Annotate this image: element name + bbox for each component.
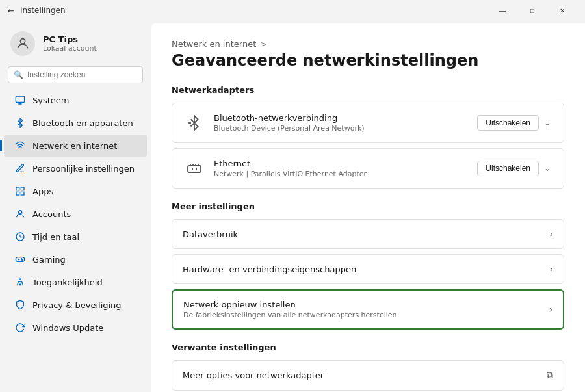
close-button[interactable]: ✕ [547,0,577,21]
tijd-icon [14,231,26,242]
sidebar-item-label-netwerk: Netwerk en internet [32,141,117,151]
hardware-title: Hardware- en verbindingseigenschappen [183,265,549,274]
back-icon[interactable]: ← [8,6,15,16]
persoonlijk-icon [14,163,26,174]
svg-rect-8 [16,257,24,262]
netwerk-icon [14,140,26,151]
meer-opties-text: Meer opties voor netwerkadapter [183,371,547,380]
sidebar-item-label-accounts: Accounts [32,209,71,219]
sidebar-nav: Systeem Bluetooth en apparaten Netwerk e… [0,88,151,339]
svg-point-14 [188,122,191,124]
windows-update-icon [14,322,26,333]
user-profile[interactable]: PC Tips Lokaal account [0,26,151,66]
sidebar-item-label-bluetooth: Bluetooth en apparaten [32,118,133,128]
svg-point-0 [20,39,25,44]
gaming-icon [14,254,26,265]
bluetooth-adapter-item[interactable]: Bluetooth-netwerkverbinding Bluetooth De… [172,103,564,143]
sidebar-item-gaming[interactable]: Gaming [4,248,147,270]
breadcrumb-parent[interactable]: Netwerk en internet [172,39,256,49]
sidebar: PC Tips Lokaal account 🔍 Systeem Bluetoo… [0,21,151,392]
netwerk-reset-title: Netwerk opnieuw instellen [183,300,549,309]
sidebar-item-toegankelijkheid[interactable]: Toegankelijkheid [4,271,147,293]
svg-rect-3 [21,187,24,190]
bluetooth-adapter-text: Bluetooth-netwerkverbinding Bluetooth De… [214,113,477,133]
title-bar-left: ← Instellingen [8,6,66,16]
search-box: 🔍 [8,66,143,83]
title-bar-controls: — □ ✕ [488,0,577,21]
sidebar-item-label-apps: Apps [32,187,53,196]
dataverbruik-chevron: › [549,229,553,239]
sidebar-item-apps[interactable]: Apps [4,180,147,202]
sidebar-item-systeem[interactable]: Systeem [4,89,147,111]
bluetooth-icon [14,117,26,129]
user-info: PC Tips Lokaal account [43,34,97,53]
privacy-icon [14,299,26,311]
svg-rect-2 [16,187,20,190]
sidebar-item-label-privacy: Privacy & beveiliging [32,300,122,310]
sidebar-item-persoonlijk[interactable]: Persoonlijke instellingen [4,157,147,179]
ethernet-adapter-title: Ethernet [214,159,477,168]
user-name: PC Tips [43,34,97,44]
toegankelijkheid-icon [14,276,26,288]
section-verwante-title: Verwante instellingen [172,343,564,352]
ethernet-adapter-icon [183,157,206,180]
netwerk-reset-text: Netwerk opnieuw instellen De fabrieksins… [183,300,549,319]
section-adapters-title: Netwerkadapters [172,85,564,95]
svg-rect-15 [188,166,201,172]
main-content: Netwerk en internet > Geavanceerde netwe… [151,23,585,392]
breadcrumb-arrow: > [260,39,267,49]
sidebar-item-privacy[interactable]: Privacy & beveiliging [4,294,147,316]
svg-point-13 [20,278,21,280]
title-bar: ← Instellingen — □ ✕ [0,0,585,21]
bluetooth-adapter-sub: Bluetooth Device (Personal Area Network) [214,124,477,133]
bluetooth-adapter-title: Bluetooth-netwerkverbinding [214,113,477,123]
hardware-text: Hardware- en verbindingseigenschappen [183,265,549,274]
maximize-button[interactable]: □ [517,0,547,21]
bluetooth-adapter-icon [183,111,206,135]
meer-opties-external-icon: ⧉ [547,370,553,381]
systeem-icon [14,94,26,106]
ethernet-adapter-item[interactable]: Ethernet Netwerk | Parallels VirtIO Ethe… [172,148,564,189]
meer-opties-title: Meer opties voor netwerkadapter [183,371,547,380]
sidebar-item-accounts[interactable]: Accounts [4,203,147,225]
svg-point-12 [22,259,23,260]
sidebar-item-label-tijd: Tijd en taal [32,232,79,242]
ethernet-disable-button[interactable]: Uitschakelen [477,161,539,176]
bluetooth-adapter-chevron[interactable]: ⌄ [541,116,553,130]
hardware-item[interactable]: Hardware- en verbindingseigenschappen › [172,254,564,284]
sidebar-item-label-systeem: Systeem [32,96,69,105]
dataverbruik-item[interactable]: Dataverbruik › [172,219,564,249]
sidebar-item-windows-update[interactable]: Windows Update [4,317,147,339]
meer-opties-item[interactable]: Meer opties voor netwerkadapter ⧉ [172,360,564,391]
ethernet-adapter-sub: Netwerk | Parallels VirtIO Ethernet Adap… [214,170,477,178]
ethernet-adapter-action: Uitschakelen ⌄ [477,161,553,176]
sidebar-item-tijd[interactable]: Tijd en taal [4,226,147,248]
dataverbruik-title: Dataverbruik [183,229,549,239]
accounts-icon [14,208,26,220]
svg-rect-1 [16,96,24,102]
sidebar-item-netwerk[interactable]: Netwerk en internet [4,135,147,157]
netwerk-reset-sub: De fabrieksinstellingen van alle netwerk… [183,311,549,319]
breadcrumb: Netwerk en internet > [172,39,564,49]
apps-icon [14,185,26,197]
minimize-button[interactable]: — [488,0,517,21]
section-meer-title: Meer instellingen [172,202,564,211]
avatar [10,31,35,56]
svg-point-6 [18,211,21,214]
hardware-chevron: › [549,264,553,274]
bluetooth-disable-button[interactable]: Uitschakelen [477,115,539,131]
netwerk-reset-item[interactable]: Netwerk opnieuw instellen De fabrieksins… [172,289,564,330]
ethernet-adapter-chevron[interactable]: ⌄ [541,161,553,176]
svg-rect-4 [16,192,20,195]
bluetooth-adapter-action: Uitschakelen ⌄ [477,115,553,131]
app-body: PC Tips Lokaal account 🔍 Systeem Bluetoo… [0,21,585,392]
section-verwante-divider: Verwante instellingen [172,343,564,352]
svg-rect-5 [21,192,24,195]
dataverbruik-text: Dataverbruik [183,229,549,239]
search-input[interactable] [27,70,137,79]
sidebar-item-bluetooth[interactable]: Bluetooth en apparaten [4,112,147,134]
section-meer-divider: Meer instellingen [172,202,564,211]
title-bar-title: Instellingen [20,6,66,15]
sidebar-item-label-windows-update: Windows Update [32,323,103,333]
ethernet-adapter-text: Ethernet Netwerk | Parallels VirtIO Ethe… [214,159,477,178]
